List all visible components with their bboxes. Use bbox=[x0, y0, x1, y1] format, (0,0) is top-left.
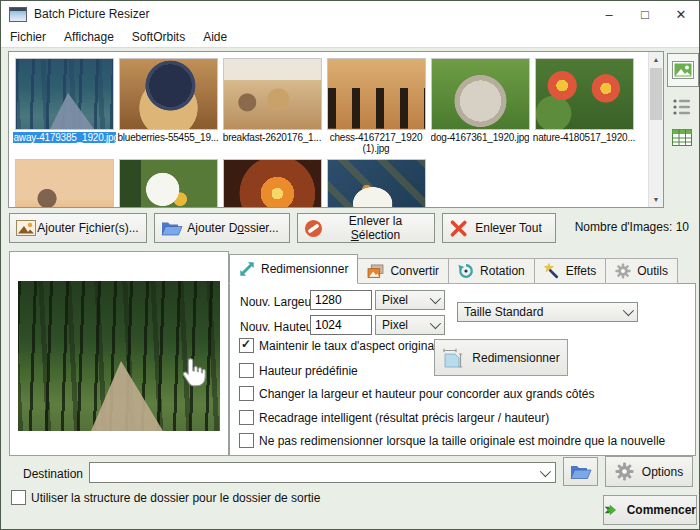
height-input[interactable] bbox=[310, 315, 372, 335]
destination-label: Destination bbox=[23, 467, 83, 481]
maximize-button[interactable]: □ bbox=[627, 1, 663, 27]
destination-input[interactable] bbox=[90, 464, 540, 481]
tab-effets[interactable]: Effets bbox=[534, 258, 606, 284]
size-preset-select[interactable]: Taille Standard bbox=[457, 302, 638, 322]
width-unit-select[interactable]: Pixel bbox=[375, 290, 445, 310]
preview-panel bbox=[9, 251, 229, 456]
checkbox-preset-height[interactable]: Hauteur prédéfinie bbox=[239, 363, 358, 378]
open-folder-icon bbox=[570, 463, 592, 480]
checkbox-box[interactable] bbox=[239, 338, 254, 353]
blueberries-thumbnail[interactable] bbox=[119, 58, 218, 130]
tab-label: Convertir bbox=[390, 264, 439, 278]
gallery-item-seagull[interactable] bbox=[116, 159, 220, 208]
gallery-item-chess[interactable]: chess-4167217_1920 (1).jpg bbox=[324, 58, 428, 154]
details-view-button[interactable] bbox=[667, 123, 697, 151]
gallery-item-label: away-4179385_1920.jpg bbox=[13, 132, 116, 143]
add-picture-icon bbox=[16, 220, 36, 236]
gallery-item-away[interactable]: away-4179385_1920.jpg bbox=[12, 58, 116, 154]
gallery-item-dog[interactable]: dog-4167361_1920.jpg bbox=[428, 58, 532, 154]
resize-arrows-icon bbox=[239, 261, 255, 277]
scrollbar-thumb[interactable] bbox=[650, 68, 662, 120]
tab-label: Outils bbox=[637, 264, 668, 278]
menu-aide[interactable]: Aide bbox=[194, 30, 236, 44]
start-button[interactable]: Commencer bbox=[603, 495, 697, 525]
remove-selection-button[interactable]: Enlever la Sélection bbox=[297, 213, 435, 243]
resize-action-label: Redimensionner bbox=[472, 351, 559, 365]
height-unit-value: Pixel bbox=[382, 318, 408, 332]
gallery-item-label: nature-4180517_1920... bbox=[533, 132, 635, 143]
image-count-label: Nombre d'Images: 10 bbox=[575, 220, 689, 234]
checkbox-label: Changer la largeur et hauteur pour conco… bbox=[259, 387, 595, 401]
add-files-button[interactable]: Ajouter Fichier(s)... bbox=[9, 213, 147, 243]
gallery-item-label: dog-4167361_1920.jpg bbox=[431, 132, 530, 143]
options-label: Options bbox=[642, 465, 683, 479]
seagull-thumbnail[interactable] bbox=[119, 159, 218, 208]
rotation-icon bbox=[458, 263, 474, 279]
destination-combobox[interactable] bbox=[89, 462, 556, 483]
remove-selection-icon bbox=[304, 219, 323, 238]
checkbox-no-upscale[interactable]: Ne pas redimensionner lorsque la taille … bbox=[239, 433, 665, 448]
browse-folder-button[interactable] bbox=[563, 457, 598, 486]
chess-thumbnail[interactable] bbox=[327, 58, 426, 130]
add-folder-button[interactable]: Ajouter Dossier... bbox=[154, 213, 290, 243]
dog-thumbnail[interactable] bbox=[431, 58, 530, 130]
gallery-row-2 bbox=[12, 159, 428, 208]
add-files-label: Ajouter Fichier(s)... bbox=[36, 221, 140, 235]
sunset-thumbnail[interactable] bbox=[223, 159, 322, 208]
picture-view-icon bbox=[672, 61, 694, 79]
gallery-item-ship[interactable] bbox=[12, 159, 116, 208]
gallery-row-1: away-4179385_1920.jpg blueberries-55455_… bbox=[12, 58, 636, 154]
resize-document-icon bbox=[442, 347, 464, 369]
gallery-item-nature[interactable]: nature-4180517_1920... bbox=[532, 58, 636, 154]
options-button[interactable]: Options bbox=[605, 456, 693, 487]
height-unit-select[interactable]: Pixel bbox=[375, 315, 445, 335]
folder-icon bbox=[161, 220, 183, 236]
checkbox-box[interactable] bbox=[239, 433, 254, 448]
resize-action-button[interactable]: Redimensionner bbox=[434, 339, 568, 376]
table-view-icon bbox=[672, 129, 692, 146]
duck-thumbnail[interactable] bbox=[327, 159, 426, 208]
app-icon bbox=[9, 7, 27, 22]
hand-cursor-icon bbox=[181, 357, 207, 387]
checkbox-box[interactable] bbox=[11, 490, 26, 505]
waterlily-thumbnail[interactable] bbox=[535, 58, 634, 130]
checkbox-label: Utiliser la structure de dossier pour le… bbox=[31, 491, 320, 505]
checkbox-smart-crop[interactable]: Recadrage intelligent (résultat précis l… bbox=[239, 410, 549, 425]
list-view-icon bbox=[672, 97, 692, 117]
checkbox-box[interactable] bbox=[239, 363, 254, 378]
close-button[interactable]: ✕ bbox=[663, 1, 699, 27]
breakfast-thumbnail[interactable] bbox=[223, 58, 322, 130]
menu-fichier[interactable]: Fichier bbox=[1, 30, 55, 44]
menu-affichage[interactable]: Affichage bbox=[55, 30, 123, 44]
gallery-item-duck[interactable] bbox=[324, 159, 428, 208]
checkbox-box[interactable] bbox=[239, 386, 254, 401]
tab-redimensionner[interactable]: Redimensionner bbox=[229, 254, 358, 284]
width-unit-value: Pixel bbox=[382, 293, 408, 307]
scroll-down-icon[interactable]: ▼ bbox=[649, 192, 663, 207]
checkbox-maintain-aspect[interactable]: Maintenir le taux d'aspect original bbox=[239, 338, 437, 353]
gallery-item-blueberries[interactable]: blueberries-55455_19... bbox=[116, 58, 220, 154]
scroll-up-icon[interactable]: ▲ bbox=[649, 52, 663, 67]
checkbox-folder-structure[interactable]: Utiliser la structure de dossier pour le… bbox=[11, 490, 320, 505]
tab-outils[interactable]: Outils bbox=[605, 258, 678, 284]
tab-rotation[interactable]: Rotation bbox=[448, 258, 535, 284]
chevron-down-icon bbox=[430, 293, 441, 304]
minimize-button[interactable]: – bbox=[591, 1, 627, 27]
remove-all-button[interactable]: Enlever Tout bbox=[442, 213, 556, 243]
list-view-button[interactable] bbox=[667, 94, 697, 120]
gallery-item-breakfast[interactable]: breakfast-2620176_1... bbox=[220, 58, 324, 154]
thumbnails-view-button[interactable] bbox=[667, 53, 699, 87]
checkbox-box[interactable] bbox=[239, 410, 254, 425]
red-x-icon bbox=[449, 219, 468, 238]
chevron-down-icon bbox=[430, 318, 441, 329]
forest-thumbnail[interactable] bbox=[15, 58, 114, 130]
checkbox-label: Hauteur prédéfinie bbox=[259, 364, 358, 378]
checkbox-swap-long-side[interactable]: Changer la largeur et hauteur pour conco… bbox=[239, 386, 595, 401]
menu-softorbits[interactable]: SoftOrbits bbox=[123, 30, 194, 44]
ship-sunset-thumbnail[interactable] bbox=[15, 159, 114, 208]
tab-convertir[interactable]: Convertir bbox=[357, 258, 449, 284]
gallery-scrollbar[interactable]: ▲ ▼ bbox=[648, 52, 663, 207]
preview-image[interactable] bbox=[18, 281, 220, 431]
width-input[interactable] bbox=[310, 290, 372, 310]
gallery-item-sunset[interactable] bbox=[220, 159, 324, 208]
